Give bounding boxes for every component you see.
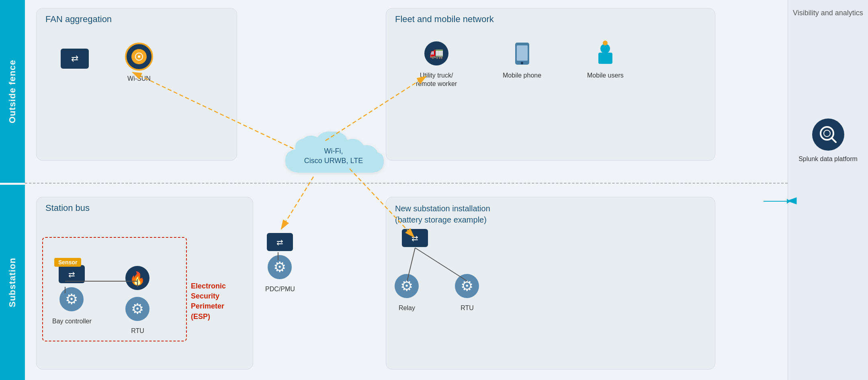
new-sub-switch: ⇄ [402,229,428,247]
pdc-pmu-label: PDC/PMU [265,285,295,294]
svg-text:🔥: 🔥 [129,271,145,286]
rtu-label-new-sub: RTU [461,304,474,313]
utility-truck-group: 🚛 Utility truck/ remote worker [414,41,459,88]
pdc-switch-icon: ⇄ [267,233,293,251]
cloud-container: Wi-Fi, Cisco URWB, LTE [265,116,402,197]
substation-label: Substation [0,185,25,380]
svg-rect-4 [517,45,528,61]
section-divider [25,183,788,184]
fan-aggregation-box: FAN aggregation ⇄ Wi-SUN [36,8,237,161]
wisun-group: Wi-SUN [125,43,153,83]
rtu-gear-icon-2: ⚙ [454,273,480,301]
fan-aggregation-title: FAN aggregation [45,14,112,25]
svg-point-0 [138,55,140,58]
relay-label: Relay [399,304,415,313]
sensor-badge: Sensor [54,258,81,267]
fleet-mobile-box: Fleet and mobile network 🚛 Utility truck… [386,8,715,161]
mobile-phone-label: Mobile phone [503,72,541,80]
svg-line-25 [831,138,836,142]
svg-rect-6 [598,53,612,64]
rtu-label-station: RTU [131,327,144,335]
splunk-arrow [764,201,788,202]
visibility-title: Visibility and analytics [789,8,867,18]
visibility-panel: Visibility and analytics Splunk data pla… [788,0,868,380]
pdc-gear-icon: ⚙ [267,254,293,282]
relay-group: ⚙ Relay [394,273,420,313]
mobile-users-label: Mobile users [587,72,624,80]
bay-controller-label: Bay controller [52,317,92,326]
svg-text:⚙: ⚙ [400,278,413,294]
pdc-pmu-group: ⇄ ⚙ PDC/PMU [265,233,295,294]
svg-text:⚙: ⚙ [131,300,144,317]
svg-text:⚙: ⚙ [65,291,78,307]
splunk-label: Splunk data platform [798,155,858,163]
svg-text:🚛: 🚛 [430,46,444,59]
outside-fence-label: Outside fence [0,0,25,183]
svg-text:Cisco URWB, LTE: Cisco URWB, LTE [304,157,363,165]
cloud-shape: Wi-Fi, Cisco URWB, LTE [277,129,390,185]
station-bus-title: Station bus [45,203,90,213]
svg-point-5 [521,62,523,64]
utility-truck-label: Utility truck/ remote worker [414,72,459,88]
utility-truck-icon: 🚛 [420,41,452,68]
svg-point-8 [603,41,608,45]
wisun-icon [125,43,153,71]
splunk-icon [812,118,844,151]
svg-text:⚙: ⚙ [461,278,473,294]
bay-gear-icon: ⚙ [59,286,85,314]
new-substation-title: New substation installation(battery stor… [395,203,490,225]
rtu-group-new-sub: ⚙ RTU [454,273,480,313]
mobile-users-group: Mobile users [587,41,624,80]
rtu-gear-icon: ⚙ [125,296,151,324]
mobile-phone-group: Mobile phone [503,41,541,80]
bay-controller-group: ⇄ Sensor ⚙ Bay controller [52,265,92,326]
splunk-container: Splunk data platform [798,118,858,163]
mobile-phone-icon [511,41,533,68]
main-diagram: Outside fence Substation FAN aggregation… [0,0,868,380]
svg-text:Wi-Fi,: Wi-Fi, [324,147,343,155]
rtu-group-station: 🔥 ⚙ RTU [125,265,151,335]
fleet-mobile-title: Fleet and mobile network [395,14,494,25]
wisun-label: Wi-SUN [127,75,151,83]
relay-icon: ⚙ [394,273,420,301]
esp-label: ElectronicSecurityPerimeter(ESP) [191,281,226,322]
new-substation-box: New substation installation(battery stor… [386,197,715,370]
bay-switch-icon: ⇄ [59,265,85,283]
rtu-icon: 🔥 [125,265,151,293]
svg-text:⚙: ⚙ [273,259,286,275]
mobile-users-icon [592,41,618,68]
fan-switch-icon: ⇄ [61,49,89,69]
svg-point-24 [824,130,830,137]
